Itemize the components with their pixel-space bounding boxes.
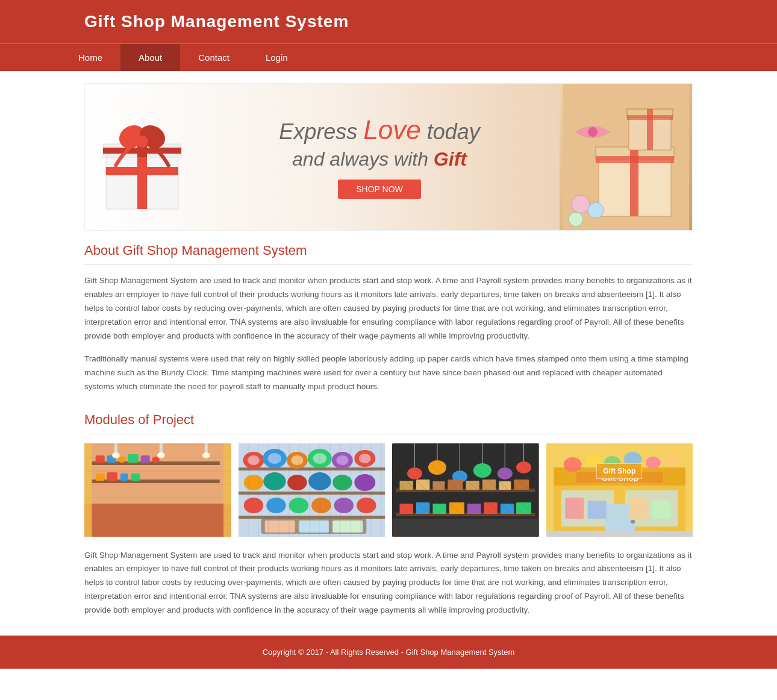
about-title: About Gift Shop Management System bbox=[84, 243, 693, 265]
svg-rect-3 bbox=[106, 167, 178, 175]
store-img-1-svg bbox=[84, 443, 231, 537]
svg-rect-100 bbox=[466, 481, 479, 490]
svg-rect-79 bbox=[392, 443, 539, 537]
svg-point-126 bbox=[645, 457, 660, 469]
store-img-4-svg: Gift Shop bbox=[546, 443, 693, 537]
svg-rect-132 bbox=[651, 501, 670, 519]
svg-rect-131 bbox=[629, 498, 648, 519]
svg-point-127 bbox=[661, 453, 679, 467]
svg-rect-26 bbox=[92, 461, 219, 465]
svg-point-66 bbox=[308, 472, 331, 490]
svg-rect-95 bbox=[399, 481, 413, 490]
svg-rect-119 bbox=[625, 490, 678, 527]
module-img-4: Gift Shop bbox=[546, 443, 693, 537]
svg-rect-45 bbox=[223, 443, 231, 537]
svg-rect-106 bbox=[432, 504, 446, 514]
nav-item-contact[interactable]: Contact bbox=[180, 44, 248, 71]
svg-point-63 bbox=[243, 475, 263, 490]
nav-link-home[interactable]: Home bbox=[60, 44, 120, 71]
site-header: Gift Shop Management System bbox=[0, 0, 777, 43]
svg-point-72 bbox=[311, 498, 331, 513]
svg-point-65 bbox=[287, 475, 307, 490]
svg-point-61 bbox=[354, 450, 375, 467]
nav-item-home[interactable]: Home bbox=[60, 44, 120, 71]
svg-point-8 bbox=[136, 136, 148, 148]
svg-point-54 bbox=[267, 453, 281, 464]
svg-rect-24 bbox=[84, 443, 231, 504]
svg-point-70 bbox=[266, 498, 286, 513]
svg-rect-47 bbox=[239, 443, 385, 537]
svg-rect-103 bbox=[514, 480, 529, 490]
svg-rect-102 bbox=[499, 481, 511, 490]
svg-rect-109 bbox=[484, 502, 497, 514]
svg-rect-17 bbox=[627, 115, 673, 120]
svg-point-121 bbox=[630, 520, 634, 523]
module-img-2 bbox=[239, 443, 385, 537]
site-title: Gift Shop Management System bbox=[84, 12, 777, 31]
nav-link-login[interactable]: Login bbox=[248, 44, 306, 71]
svg-rect-48 bbox=[239, 467, 385, 470]
svg-rect-110 bbox=[501, 504, 514, 514]
svg-point-62 bbox=[358, 454, 370, 463]
about-para2: Traditionally manual systems were used t… bbox=[84, 352, 693, 394]
module-img-1 bbox=[84, 443, 231, 537]
svg-point-52 bbox=[247, 455, 259, 465]
svg-rect-104 bbox=[399, 504, 413, 514]
svg-rect-30 bbox=[118, 457, 125, 463]
svg-rect-28 bbox=[96, 455, 105, 463]
svg-rect-76 bbox=[264, 520, 295, 533]
site-footer: Copyright © 2017 - All Rights Reserved -… bbox=[0, 636, 777, 669]
bottom-para1: Gift Shop Management System are used to … bbox=[84, 549, 693, 618]
svg-point-41 bbox=[157, 452, 164, 458]
nav-link-about[interactable]: About bbox=[120, 44, 180, 71]
svg-rect-37 bbox=[131, 473, 140, 481]
svg-point-71 bbox=[289, 498, 308, 513]
svg-point-84 bbox=[428, 460, 446, 475]
svg-rect-22 bbox=[84, 443, 231, 537]
svg-rect-96 bbox=[416, 480, 429, 490]
nav-item-login[interactable]: Login bbox=[248, 44, 306, 71]
svg-rect-42 bbox=[205, 443, 208, 455]
modules-images-container: Gift Shop bbox=[84, 443, 693, 537]
svg-point-60 bbox=[336, 455, 348, 465]
svg-rect-38 bbox=[114, 443, 117, 455]
svg-point-59 bbox=[331, 452, 352, 469]
svg-point-74 bbox=[357, 498, 376, 513]
svg-point-69 bbox=[243, 498, 263, 513]
about-para1: Gift Shop Management System are used to … bbox=[84, 274, 693, 343]
svg-rect-78 bbox=[332, 520, 363, 533]
svg-rect-128 bbox=[546, 531, 693, 537]
svg-point-92 bbox=[516, 461, 531, 473]
right-gifts-svg bbox=[563, 84, 689, 231]
svg-rect-113 bbox=[546, 443, 693, 537]
main-content: About Gift Shop Management System Gift S… bbox=[84, 243, 693, 617]
store-img-3-svg bbox=[392, 443, 539, 537]
svg-rect-40 bbox=[160, 443, 163, 455]
svg-rect-32 bbox=[141, 455, 150, 463]
about-section: About Gift Shop Management System Gift S… bbox=[84, 243, 693, 394]
svg-point-55 bbox=[286, 452, 307, 469]
svg-rect-36 bbox=[120, 473, 128, 481]
svg-rect-13 bbox=[596, 156, 674, 163]
svg-rect-33 bbox=[152, 457, 159, 463]
svg-point-39 bbox=[112, 452, 119, 458]
svg-point-58 bbox=[313, 453, 326, 464]
shop-now-button[interactable]: SHOP NOW bbox=[338, 180, 421, 199]
svg-point-86 bbox=[452, 470, 467, 483]
svg-rect-29 bbox=[107, 455, 116, 463]
banner-line2: and always with Gift bbox=[292, 148, 467, 170]
svg-rect-118 bbox=[561, 490, 613, 527]
svg-point-21 bbox=[588, 127, 598, 137]
svg-point-90 bbox=[498, 467, 513, 480]
hero-banner: Express Love today and always with Gift … bbox=[84, 83, 693, 231]
svg-point-51 bbox=[243, 452, 264, 469]
svg-rect-105 bbox=[416, 502, 429, 514]
nav-item-about[interactable]: About bbox=[120, 44, 180, 71]
svg-point-88 bbox=[473, 463, 491, 478]
nav-link-contact[interactable]: Contact bbox=[180, 44, 248, 71]
svg-rect-107 bbox=[449, 502, 464, 514]
main-nav: Home About Contact Login bbox=[0, 43, 777, 71]
svg-point-18 bbox=[572, 195, 590, 213]
svg-point-67 bbox=[332, 475, 352, 490]
footer-copyright: Copyright © 2017 - All Rights Reserved -… bbox=[84, 648, 693, 657]
